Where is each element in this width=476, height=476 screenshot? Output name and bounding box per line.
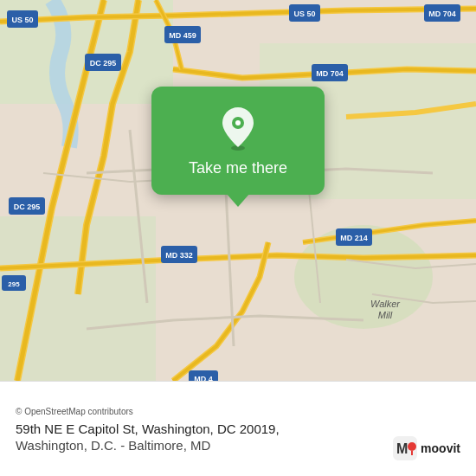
svg-point-34: [408, 442, 416, 451]
svg-text:295: 295: [8, 280, 20, 288]
svg-text:MD 214: MD 214: [340, 234, 368, 242]
svg-text:US 50: US 50: [293, 10, 315, 18]
moovit-text: moovit: [421, 441, 460, 455]
copyright-text: © OpenStreetMap contributors: [16, 407, 133, 416]
pin-icon-wrap: [217, 107, 259, 149]
moovit-icon: M: [393, 436, 417, 460]
take-me-there-button[interactable]: Take me there: [189, 159, 287, 177]
map-container: US 50 US 50 MD 704 MD 459 DC 295 MD 704 …: [0, 0, 476, 381]
moovit-logo: M moovit: [393, 436, 460, 460]
svg-text:DC 295: DC 295: [90, 59, 117, 68]
popup-card[interactable]: Take me there: [151, 87, 325, 195]
svg-point-31: [235, 120, 241, 125]
svg-text:MD 459: MD 459: [169, 31, 196, 40]
copyright-row: © OpenStreetMap contributors: [16, 407, 460, 416]
svg-text:MD 332: MD 332: [165, 251, 193, 260]
info-bar: © OpenStreetMap contributors 59th NE E C…: [0, 381, 476, 476]
svg-text:MD 4: MD 4: [194, 375, 213, 381]
svg-text:DC 295: DC 295: [14, 203, 41, 211]
svg-text:MD 704: MD 704: [428, 10, 456, 18]
location-pin-icon: [219, 106, 257, 151]
svg-text:Mill: Mill: [378, 310, 393, 320]
svg-text:M: M: [396, 441, 408, 456]
svg-text:Walker: Walker: [370, 299, 401, 309]
svg-text:US 50: US 50: [11, 16, 33, 24]
svg-text:MD 704: MD 704: [316, 69, 344, 78]
address-line1: 59th NE E Capitol St, Washington, DC 200…: [16, 421, 460, 436]
